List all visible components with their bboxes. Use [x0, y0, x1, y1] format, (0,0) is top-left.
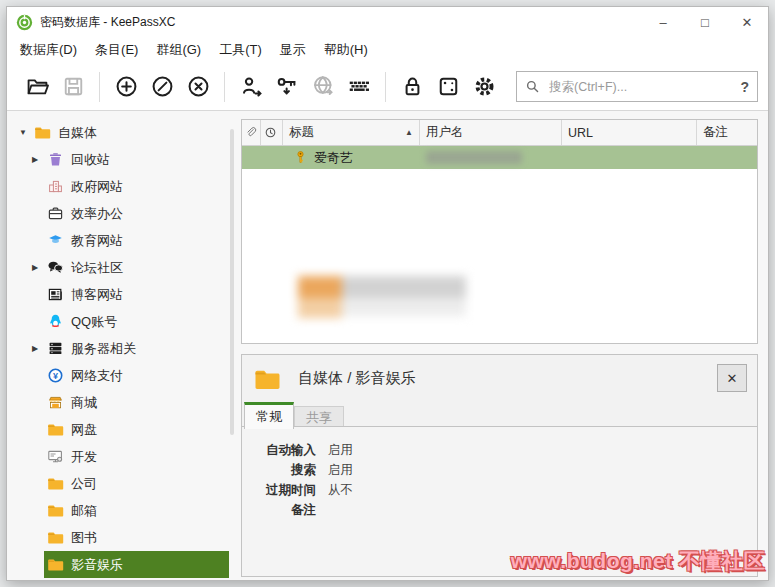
sidebar-item-company[interactable]: 公司 [7, 470, 239, 497]
yen-icon: ¥ [47, 367, 64, 384]
password-generator-button[interactable] [432, 71, 464, 103]
sidebar-item-books[interactable]: 图书 [7, 524, 239, 551]
expander-right-icon[interactable]: ▶ [32, 155, 47, 164]
folder-icon [47, 421, 64, 438]
menu-item-database[interactable]: 数据库(D) [11, 38, 86, 62]
expander-right-icon[interactable]: ▶ [32, 263, 47, 272]
expander-down-icon[interactable]: ▼ [19, 128, 34, 137]
menu-item-groups[interactable]: 群组(G) [147, 38, 210, 62]
sidebar-item-development[interactable]: 开发 [7, 443, 239, 470]
education-icon [47, 232, 64, 249]
keepassxc-window: 密码数据库 - KeePassXC – □ ✕ 数据库(D) 条目(E) 群组(… [6, 6, 769, 581]
watermark: www.budog.net 不懂社区 [511, 547, 765, 575]
column-url-label: URL [568, 126, 593, 140]
sidebar-item-email[interactable]: 邮箱 [7, 497, 239, 524]
tab-general[interactable]: 常规 [244, 402, 294, 429]
maximize-button[interactable]: □ [684, 7, 726, 37]
column-header-username[interactable]: 用户名 [420, 120, 562, 145]
shop-icon [47, 394, 64, 411]
column-header-url[interactable]: URL [562, 120, 697, 145]
sidebar-item-office-efficiency[interactable]: 效率办公 [7, 200, 239, 227]
preview-tabs: 常规 共享 [242, 402, 757, 429]
column-notes-label: 备注 [703, 124, 728, 141]
menu-item-view[interactable]: 显示 [271, 38, 315, 62]
open-database-button[interactable] [21, 71, 53, 103]
menu-item-tools[interactable]: 工具(T) [210, 38, 271, 62]
sidebar-item-label: 网盘 [71, 421, 97, 439]
folder-icon [47, 529, 64, 546]
toolbar-separator [99, 72, 100, 102]
sidebar-item-label: 服务器相关 [71, 340, 136, 358]
column-header-attachment[interactable] [242, 120, 261, 145]
column-header-expiry[interactable] [261, 120, 283, 145]
sidebar-item-forum-community[interactable]: ▶论坛社区 [7, 254, 239, 281]
preview-close-button[interactable]: ✕ [717, 364, 747, 392]
window-title: 密码数据库 - KeePassXC [40, 14, 642, 31]
sidebar-item-label: 论坛社区 [71, 259, 123, 277]
group-path: 自媒体 / 影音娱乐 [298, 369, 717, 388]
search-input[interactable] [547, 79, 734, 95]
group-preview-panel: 自媒体 / 影音娱乐 ✕ 常规 共享 自动输入 启用 搜索 启用 过期时间 从不 [241, 354, 758, 577]
sidebar-item-label: 博客网站 [71, 286, 123, 304]
menu-item-help[interactable]: 帮助(H) [315, 38, 377, 62]
main-area: ▼自媒体▶回收站政府网站效率办公教育网站▶论坛社区博客网站QQ账号▶服务器相关¥… [7, 111, 768, 580]
delete-entry-button[interactable] [182, 71, 214, 103]
add-entry-button[interactable] [110, 71, 142, 103]
sidebar-item-server-related[interactable]: ▶服务器相关 [7, 335, 239, 362]
open-url-button [307, 71, 339, 103]
briefcase-icon [47, 205, 64, 222]
search-box: ? [516, 71, 758, 102]
column-title-label: 标题 [289, 124, 314, 141]
folder-icon [47, 502, 64, 519]
sidebar-item-recycle-bin[interactable]: ▶回收站 [7, 146, 239, 173]
field-value-autotype: 启用 [328, 440, 353, 460]
copy-password-button[interactable] [271, 71, 303, 103]
search-help-icon[interactable]: ? [734, 79, 749, 95]
folder-icon [254, 367, 281, 390]
server-icon [47, 340, 64, 357]
sidebar-item-qq-account[interactable]: QQ账号 [7, 308, 239, 335]
sidebar-scrollbar[interactable] [230, 129, 234, 435]
trash-icon [47, 151, 64, 168]
expander-right-icon[interactable]: ▶ [32, 344, 47, 353]
sidebar-item-label: 商城 [71, 394, 97, 412]
entry-row[interactable]: 爱奇艺 [242, 146, 757, 169]
lock-database-button[interactable] [396, 71, 428, 103]
close-button[interactable]: ✕ [726, 7, 768, 37]
sidebar-item-self-media[interactable]: ▼自媒体 [7, 119, 239, 146]
toolbar-separator [224, 72, 225, 102]
redacted-overlay [298, 272, 466, 320]
titlebar: 密码数据库 - KeePassXC – □ ✕ [7, 7, 768, 37]
save-database-button [57, 71, 89, 103]
sidebar-item-media-entertainment[interactable]: 影音娱乐 [7, 551, 239, 578]
sidebar-item-education-sites[interactable]: 教育网站 [7, 227, 239, 254]
edit-entry-button[interactable] [146, 71, 178, 103]
building-icon [47, 178, 64, 195]
preview-header: 自媒体 / 影音娱乐 ✕ [242, 355, 757, 398]
settings-button[interactable] [468, 71, 500, 103]
clock-icon [264, 126, 277, 139]
field-label-expiration: 过期时间 [242, 480, 316, 500]
search-icon [525, 79, 540, 94]
minimize-button[interactable]: – [642, 7, 684, 37]
field-label-autotype: 自动输入 [242, 440, 316, 460]
sidebar-item-label: 网络支付 [71, 367, 123, 385]
menu-item-entries[interactable]: 条目(E) [86, 38, 147, 62]
folder-icon [34, 124, 51, 141]
news-icon [47, 286, 64, 303]
perform-autotype-button[interactable] [343, 71, 375, 103]
sidebar-item-label: 图书 [71, 529, 97, 547]
sidebar-item-blog-sites[interactable]: 博客网站 [7, 281, 239, 308]
entry-title: 爱奇艺 [314, 149, 353, 167]
sidebar-item-online-payment[interactable]: ¥网络支付 [7, 362, 239, 389]
sidebar-item-cloud-drive[interactable]: 网盘 [7, 416, 239, 443]
sidebar-item-shopping-mall[interactable]: 商城 [7, 389, 239, 416]
entry-table-header: 标题 ▲ 用户名 URL 备注 [242, 120, 757, 146]
copy-username-button[interactable] [235, 71, 267, 103]
column-header-title[interactable]: 标题 ▲ [283, 120, 420, 145]
toolbar: ? [7, 63, 768, 111]
sidebar-item-gov-sites[interactable]: 政府网站 [7, 173, 239, 200]
column-header-notes[interactable]: 备注 [697, 120, 757, 145]
sidebar-item-label: 开发 [71, 448, 97, 466]
sidebar-item-label: 政府网站 [71, 178, 123, 196]
